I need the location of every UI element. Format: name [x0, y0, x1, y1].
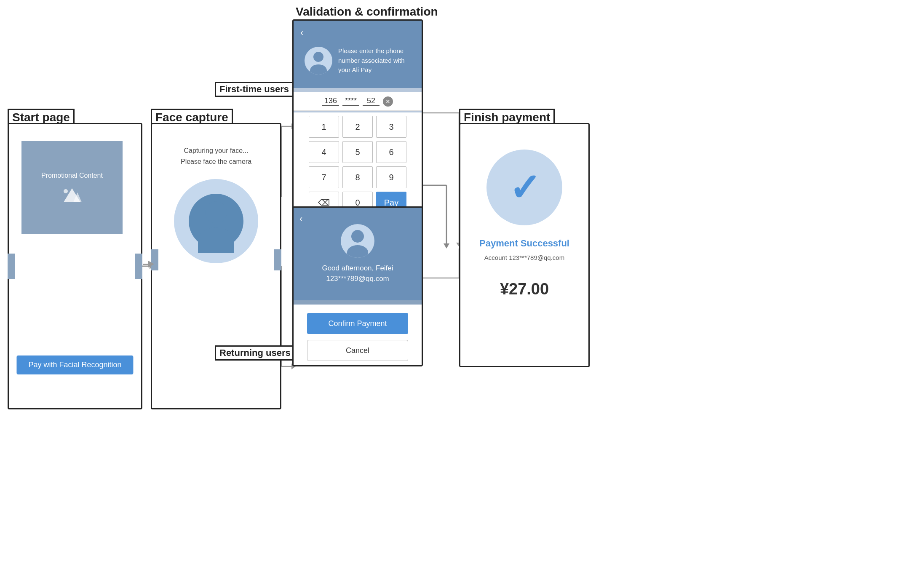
phone-segment-1: 136	[322, 96, 339, 106]
finish-check-circle: ✓	[486, 150, 562, 225]
returning-users-label: Returning users	[215, 345, 295, 361]
phone-clear-button[interactable]: ✕	[383, 96, 393, 107]
confirm-avatar-head	[351, 230, 364, 243]
avatar-head	[313, 52, 323, 62]
first-time-users-label: First-time users	[215, 82, 294, 97]
face-body	[198, 227, 234, 253]
numpad-key-6[interactable]: 6	[376, 141, 406, 163]
confirm-payment-frame: ‹ Good afternoon, Feifei 123***789@qq.co…	[292, 206, 423, 366]
numpad-key-2[interactable]: 2	[342, 116, 373, 138]
avatar-body	[310, 64, 327, 75]
finish-account-label: Account 123***789@qq.com	[460, 254, 588, 261]
numpad-key-4[interactable]: 4	[309, 141, 339, 163]
numpad-key-7[interactable]: 7	[309, 166, 339, 188]
validation-header: ‹ Please enter the phone number associat…	[294, 21, 422, 88]
promo-box: Promotional Content	[21, 141, 123, 234]
face-instruction-line1: Capturing your face...	[152, 145, 280, 156]
payment-success-text: Payment Successful	[460, 238, 588, 249]
numpad-key-9[interactable]: 9	[376, 166, 406, 188]
finish-amount: ¥27.00	[460, 280, 588, 298]
back-arrow-confirm[interactable]: ‹	[299, 214, 302, 225]
phone-input-row[interactable]: 136 **** 52 ✕	[294, 92, 422, 111]
confirm-account: 123***789@qq.com	[322, 273, 393, 284]
confirm-greeting: Good afternoon, Feifei 123***789@qq.com	[322, 263, 393, 284]
pay-facial-recognition-button[interactable]: Pay with Facial Recognition	[16, 355, 133, 374]
validation-frame: ‹ Please enter the phone number associat…	[292, 19, 423, 213]
header-avatar-inner	[305, 47, 332, 75]
start-right-arrow	[135, 254, 142, 279]
promo-icon	[61, 186, 83, 203]
svg-point-18	[64, 189, 68, 193]
header-avatar	[305, 47, 332, 75]
start-page-frame: Promotional Content Pay with Facial Reco…	[8, 123, 142, 409]
checkmark-icon: ✓	[509, 166, 540, 210]
numpad-key-3[interactable]: 3	[376, 116, 406, 138]
numpad-row-2: 4 5 6	[298, 141, 417, 163]
phone-segment-2: ****	[342, 96, 359, 106]
confirm-avatar	[341, 224, 374, 258]
phone-segment-3: 52	[363, 96, 380, 106]
confirm-body: Confirm Payment Cancel	[294, 305, 422, 365]
confirm-payment-button[interactable]: Confirm Payment	[307, 313, 408, 334]
arrow-head-start-to-face	[148, 261, 154, 267]
numpad-key-8[interactable]: 8	[342, 166, 373, 188]
svg-marker-15	[444, 243, 449, 249]
cancel-button[interactable]: Cancel	[307, 340, 408, 361]
face-circle	[174, 179, 258, 263]
start-left-arrow	[8, 254, 15, 279]
face-head	[205, 201, 227, 223]
validation-label: Validation & confirmation	[292, 4, 441, 19]
numpad: 1 2 3 4 5 6 7 8 9 ⌫ 0 Pay	[294, 112, 422, 220]
face-instructions: Capturing your face... Please face the c…	[152, 145, 280, 167]
back-arrow-validation[interactable]: ‹	[300, 27, 303, 38]
face-right-arrow	[274, 249, 281, 270]
confirm-avatar-body	[347, 245, 368, 258]
face-avatar	[189, 194, 243, 249]
confirm-header: ‹ Good afternoon, Feifei 123***789@qq.co…	[294, 208, 422, 300]
numpad-row-1: 1 2 3	[298, 116, 417, 138]
validation-header-text: Please enter the phone number associated…	[338, 46, 415, 75]
numpad-key-1[interactable]: 1	[309, 116, 339, 138]
numpad-key-5[interactable]: 5	[342, 141, 373, 163]
face-instruction-line2: Please face the camera	[152, 156, 280, 167]
finish-payment-frame: ✓ Payment Successful Account 123***789@q…	[459, 123, 590, 367]
numpad-row-3: 7 8 9	[298, 166, 417, 188]
face-capture-frame: Capturing your face... Please face the c…	[151, 123, 281, 409]
promo-label: Promotional Content	[41, 172, 103, 179]
confirm-greeting-text: Good afternoon, Feifei	[322, 263, 393, 274]
